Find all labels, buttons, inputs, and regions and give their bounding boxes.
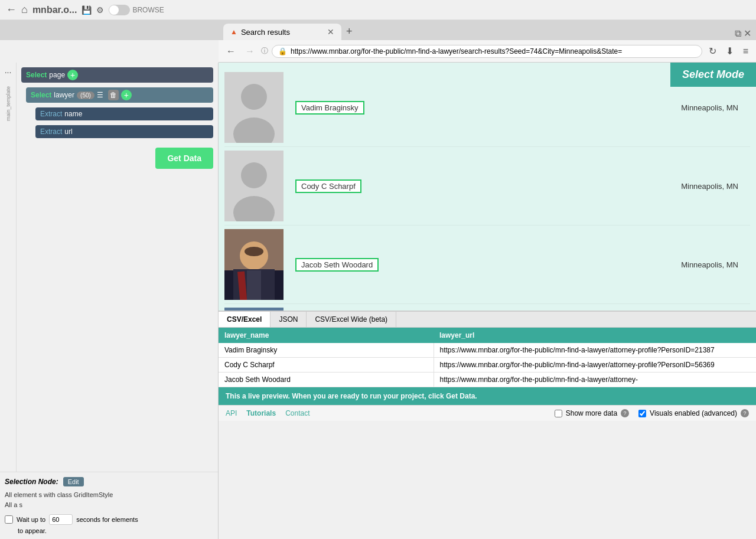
tab-csv-excel[interactable]: CSV/Excel <box>219 312 271 327</box>
download-button[interactable]: ⬇ <box>723 44 737 58</box>
back-button[interactable]: ← <box>223 45 239 58</box>
row-name-3: Jacob Seth Woodard <box>219 373 434 387</box>
toggle-switch[interactable] <box>109 5 130 15</box>
tutorials-link[interactable]: Tutorials <box>246 409 276 417</box>
select-page-label: Select <box>26 71 47 79</box>
selection-node-description: All element s with class GridItemStyle A… <box>5 490 213 509</box>
extract-name-block: Extract name <box>35 107 213 120</box>
wait-appear-text: to appear. <box>18 527 213 534</box>
output-table: lawyer_name lawyer_url Vadim Braginsky h… <box>219 328 756 387</box>
address-bar[interactable]: 🔒 <box>272 45 702 58</box>
selection-node-label: Selection Node: <box>5 478 58 486</box>
contact-link[interactable]: Contact <box>285 409 309 417</box>
forward-button[interactable]: → <box>242 45 258 58</box>
extract-name-label: Extract <box>40 110 62 118</box>
select-page-block: Select page + <box>21 67 213 83</box>
api-link[interactable]: API <box>226 409 237 417</box>
show-more-info-icon[interactable]: ? <box>621 409 629 417</box>
svg-point-4 <box>241 162 267 188</box>
browser-tab-active[interactable]: ▲ Search results ✕ <box>223 24 341 40</box>
tab-json[interactable]: JSON <box>271 312 307 327</box>
app-title: mnbar.o... <box>32 5 77 15</box>
add-lawyer-button[interactable]: + <box>121 90 132 100</box>
bottom-bar: API Tutorials Contact Show more data ? V… <box>219 405 756 421</box>
table-row: Vadim Braginsky https://www.mnbar.org/fo… <box>219 343 756 358</box>
visuals-enabled-label: Visuals enabled (advanced) <box>650 409 737 417</box>
list-view-icon[interactable]: ☰ <box>97 91 103 99</box>
row-name-1: Vadim Braginsky <box>219 343 434 358</box>
lawyer-location-1: Minneapolis, MN <box>681 103 750 112</box>
lawyer-name-1[interactable]: Vadim Braginsky <box>295 101 364 115</box>
svg-point-1 <box>241 84 267 110</box>
extract-name-value: name <box>64 110 82 118</box>
tab-title: Search results <box>241 28 290 37</box>
live-preview-banner: This a live preview. When you are ready … <box>219 387 756 405</box>
col-header-url: lawyer_url <box>434 328 756 343</box>
svg-rect-13 <box>224 308 284 311</box>
sidebar-menu-icon[interactable]: ··· <box>5 67 12 77</box>
browse-toggle[interactable]: BROWSE <box>109 5 164 15</box>
add-page-button[interactable]: + <box>67 70 78 80</box>
svg-point-12 <box>245 247 263 256</box>
svg-rect-11 <box>247 270 261 300</box>
url-input[interactable] <box>291 47 696 55</box>
tab-close-button[interactable]: ✕ <box>327 27 334 37</box>
app-header: ← ⌂ mnbar.o... 💾 ⚙ BROWSE <box>0 0 756 20</box>
lawyer-location-3: Minneapolis, MN <box>681 260 750 269</box>
select-mode-banner[interactable]: Select Mode <box>670 63 756 87</box>
selection-node-section: Selection Node: Edit All element s with … <box>0 472 218 539</box>
refresh-button[interactable]: ↻ <box>706 44 719 58</box>
new-tab-button[interactable]: + <box>341 23 357 40</box>
lawyer-name-2[interactable]: Cody C Scharpf <box>295 179 361 193</box>
settings-icon[interactable]: ⚙ <box>96 5 104 15</box>
security-icon: ⓘ <box>261 46 268 56</box>
table-row: Cody C Scharpf https://www.mnbar.org/for… <box>219 358 756 373</box>
select-lawyer-block: Select lawyer (50) ☰ 🗑 + <box>26 87 213 103</box>
lawyer-item[interactable]: Cody C Scharpf Minneapolis, MN <box>224 147 750 226</box>
get-data-button[interactable]: Get Data <box>155 148 213 169</box>
browser-tabs-bar: ▲ Search results ✕ + ⧉ ✕ <box>0 20 756 40</box>
placeholder-avatar-1 <box>224 72 284 143</box>
photo-avatar-4 <box>224 308 284 311</box>
desc-line2: All a s <box>5 500 213 510</box>
back-icon[interactable]: ← <box>6 4 17 16</box>
sidebar-content: Select page + Select lawyer (50) ☰ 🗑 + E… <box>17 63 218 472</box>
row-url-2: https://www.mnbar.org/for-the-public/mn-… <box>434 358 756 373</box>
window-close-icon[interactable]: ✕ <box>744 28 751 39</box>
lawyer-photo-4 <box>224 308 284 311</box>
live-preview-text: This a live preview. When you are ready … <box>226 392 477 400</box>
menu-button[interactable]: ≡ <box>740 45 751 58</box>
sidebar-icon-strip: ··· main_template <box>0 63 17 472</box>
wait-seconds-input[interactable] <box>49 514 73 525</box>
tab-csv-wide[interactable]: CSV/Excel Wide (beta) <box>307 312 396 327</box>
wait-checkbox[interactable] <box>5 515 13 524</box>
visuals-enabled-checkbox[interactable] <box>638 410 646 417</box>
desc-line1: All element s with class GridItemStyle <box>5 490 213 500</box>
select-page-value: page <box>49 71 65 79</box>
show-more-data-checkbox[interactable] <box>555 410 562 417</box>
extract-url-label: Extract <box>40 128 62 136</box>
sidebar-strip-label: main_template <box>5 86 11 121</box>
lawyer-item[interactable]: Rachael E Stack Minneapolis, MN <box>224 304 750 311</box>
selection-node-header: Selection Node: Edit <box>5 477 213 486</box>
browser-nav: ← → ⓘ 🔒 ↻ ⬇ ≡ <box>219 40 756 63</box>
row-name-2: Cody C Scharpf <box>219 358 434 373</box>
window-restore-icon[interactable]: ⧉ <box>735 28 741 39</box>
toggle-knob <box>109 5 119 15</box>
home-icon[interactable]: ⌂ <box>21 4 28 16</box>
save-icon[interactable]: 💾 <box>82 5 92 15</box>
left-sidebar: ··· main_template Select page + Select l… <box>0 63 219 539</box>
visuals-enabled-row: Visuals enabled (advanced) ? <box>638 409 749 417</box>
delete-lawyer-button[interactable]: 🗑 <box>108 90 119 100</box>
edit-button[interactable]: Edit <box>63 477 84 486</box>
lawyer-name-3[interactable]: Jacob Seth Woodard <box>295 258 379 272</box>
select-lawyer-label: Select <box>31 91 51 99</box>
visuals-info-icon[interactable]: ? <box>741 409 749 417</box>
extract-url-block: Extract url <box>35 125 213 138</box>
extract-url-value: url <box>64 128 72 136</box>
wait-label2: seconds for elements <box>76 516 138 523</box>
col-header-name: lawyer_name <box>219 328 434 343</box>
select-lawyer-value: lawyer <box>54 91 74 99</box>
lawyer-item[interactable]: Jacob Seth Woodard Minneapolis, MN <box>224 226 750 304</box>
lawyer-photo-3 <box>224 229 284 300</box>
